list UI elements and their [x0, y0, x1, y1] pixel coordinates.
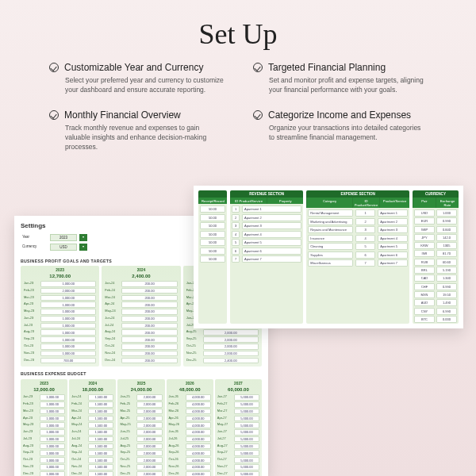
month-value-cell[interactable]: 200.00: [121, 358, 177, 364]
month-value-cell[interactable]: 200.00: [121, 281, 177, 287]
table-cell[interactable]: CAD: [414, 274, 435, 282]
table-cell[interactable]: 142.0: [436, 234, 457, 241]
receipt-cell[interactable]: 50.00: [200, 222, 225, 229]
table-cell[interactable]: RUB: [414, 259, 435, 266]
month-value-cell[interactable]: 2,000.00: [136, 422, 162, 428]
table-cell[interactable]: Apartment 7: [242, 255, 301, 263]
month-value-cell[interactable]: 2,000.00: [136, 457, 162, 463]
month-value-cell[interactable]: 4,000.00: [186, 422, 211, 428]
table-cell[interactable]: 0.990: [436, 217, 457, 225]
month-value-cell[interactable]: 1,000.00: [40, 301, 96, 308]
month-value-cell[interactable]: 1,000.00: [40, 450, 65, 456]
month-value-cell[interactable]: 200.00: [121, 323, 177, 329]
chevron-down-icon[interactable]: ▾: [79, 234, 87, 241]
month-value-cell[interactable]: 2,000.00: [136, 429, 162, 436]
receipt-cell[interactable]: 50.00: [200, 239, 225, 246]
table-cell[interactable]: 6.990: [436, 308, 457, 315]
table-cell[interactable]: 6: [355, 251, 375, 259]
table-cell[interactable]: Supplies: [308, 251, 353, 259]
table-cell[interactable]: Marketing and Advertising: [308, 218, 353, 225]
month-value-cell[interactable]: 1,500.00: [88, 401, 113, 408]
table-cell[interactable]: 60.60: [436, 259, 457, 266]
table-cell[interactable]: JPY: [414, 234, 435, 241]
month-value-cell[interactable]: 200.00: [121, 344, 177, 350]
table-cell[interactable]: 1305: [436, 242, 457, 249]
table-cell[interactable]: 1.490: [436, 299, 457, 306]
month-value-cell[interactable]: 1,000.00: [40, 436, 65, 443]
table-cell[interactable]: Apartment 3: [242, 222, 301, 229]
month-value-cell[interactable]: 1,000.00: [40, 336, 96, 343]
currency-select[interactable]: USD: [50, 244, 77, 251]
month-value-cell[interactable]: 1,000.00: [40, 416, 65, 422]
month-value-cell[interactable]: 1,500.00: [88, 416, 113, 422]
month-value-cell[interactable]: 1,000.00: [40, 464, 65, 470]
month-value-cell[interactable]: 1,000.00: [40, 401, 65, 408]
month-value-cell[interactable]: 1,000.00: [40, 422, 65, 428]
month-value-cell[interactable]: 2,000.00: [40, 288, 96, 294]
table-cell[interactable]: Apartment 5: [378, 243, 408, 250]
table-cell[interactable]: MXN: [414, 291, 435, 298]
table-cell[interactable]: AUD: [414, 299, 435, 306]
month-value-cell[interactable]: 2,000.00: [136, 450, 162, 456]
table-cell[interactable]: BTC: [414, 316, 435, 323]
table-cell[interactable]: 6: [232, 248, 240, 255]
table-cell[interactable]: 1: [232, 205, 240, 213]
month-value-cell[interactable]: 1,000.00: [40, 351, 96, 357]
table-cell[interactable]: Insurance: [308, 235, 353, 242]
table-cell[interactable]: 3: [355, 226, 375, 233]
month-value-cell[interactable]: 2,000.00: [136, 464, 162, 470]
month-value-cell[interactable]: 2,000.00: [203, 329, 259, 336]
table-cell[interactable]: GBP: [414, 226, 435, 233]
table-cell[interactable]: Apartment 4: [378, 235, 408, 242]
table-cell[interactable]: Repairs and Maintenance: [308, 226, 353, 233]
month-value-cell[interactable]: 200.00: [121, 295, 177, 301]
table-cell[interactable]: 4: [232, 231, 240, 238]
table-cell[interactable]: 2: [355, 218, 375, 225]
month-value-cell[interactable]: 1,000.00: [40, 344, 96, 350]
month-value-cell[interactable]: 2,000.00: [136, 471, 162, 476]
table-cell[interactable]: KRW: [414, 242, 435, 249]
month-value-cell[interactable]: 1,000.00: [40, 409, 65, 415]
month-value-cell[interactable]: 2,000.00: [136, 436, 162, 443]
month-value-cell[interactable]: 2,000.00: [136, 394, 162, 401]
table-cell[interactable]: Apartment 1: [242, 205, 301, 213]
table-cell[interactable]: 1.340: [436, 274, 457, 282]
table-cell[interactable]: 5: [232, 239, 240, 246]
month-value-cell[interactable]: 1,500.00: [88, 436, 113, 443]
table-cell[interactable]: 4: [355, 235, 375, 242]
table-cell[interactable]: Apartment 2: [378, 218, 408, 225]
month-value-cell[interactable]: 2,000.00: [203, 344, 259, 350]
receipt-cell[interactable]: 50.00: [200, 214, 225, 221]
month-value-cell[interactable]: 1,500.00: [88, 429, 113, 436]
receipt-cell[interactable]: 50.00: [200, 205, 225, 213]
month-value-cell[interactable]: 1,000.00: [40, 323, 96, 329]
table-cell[interactable]: USD: [414, 209, 435, 217]
month-value-cell[interactable]: 1,500.00: [88, 422, 113, 428]
table-cell[interactable]: 0.840: [436, 226, 457, 233]
table-cell[interactable]: 1.000: [436, 209, 457, 217]
table-cell[interactable]: Apartment 4: [242, 231, 301, 238]
month-value-cell[interactable]: 5,000.00: [234, 422, 259, 428]
month-value-cell[interactable]: 1,500.00: [88, 464, 113, 470]
month-value-cell[interactable]: 5,000.00: [234, 401, 259, 408]
month-value-cell[interactable]: 2,400.00: [203, 358, 259, 364]
month-value-cell[interactable]: 200.00: [121, 309, 177, 315]
month-value-cell[interactable]: 4,000.00: [186, 450, 211, 456]
month-value-cell[interactable]: 1,000.00: [40, 443, 65, 450]
month-value-cell[interactable]: 1,500.00: [88, 471, 113, 476]
table-cell[interactable]: 7: [232, 255, 240, 263]
table-cell[interactable]: CNY: [414, 308, 435, 315]
table-cell[interactable]: 2: [232, 214, 240, 221]
table-cell[interactable]: Apartment 2: [242, 214, 301, 221]
month-value-cell[interactable]: 4,000.00: [186, 471, 211, 476]
table-cell[interactable]: 81.70: [436, 250, 457, 257]
table-cell[interactable]: CHF: [414, 283, 435, 290]
month-value-cell[interactable]: 4,000.00: [186, 409, 211, 415]
month-value-cell[interactable]: 1,500.00: [88, 457, 113, 463]
month-value-cell[interactable]: 5,000.00: [234, 394, 259, 401]
table-cell[interactable]: Apartment 7: [378, 259, 408, 267]
month-value-cell[interactable]: 1,000.00: [40, 394, 65, 401]
receipt-cell[interactable]: 50.00: [200, 231, 225, 238]
month-value-cell[interactable]: 5,000.00: [234, 450, 259, 456]
month-value-cell[interactable]: 4,000.00: [186, 416, 211, 422]
